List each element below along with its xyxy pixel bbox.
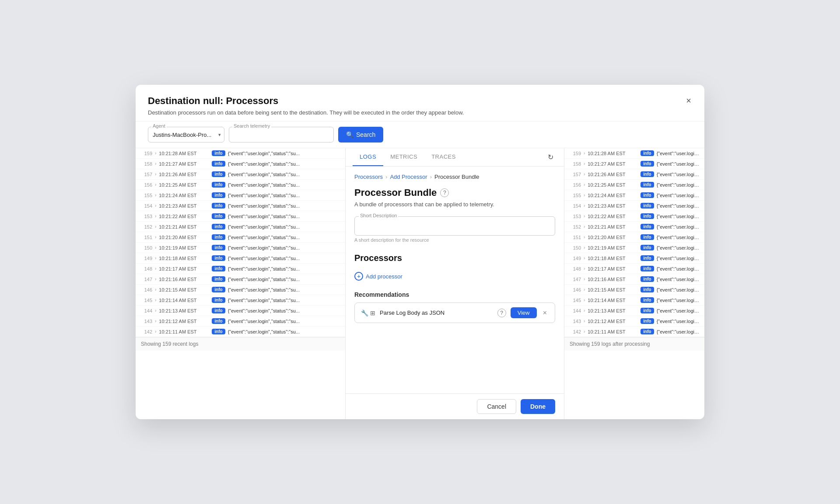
- expand-icon[interactable]: ›: [584, 193, 585, 198]
- table-row[interactable]: 157 › 10:21:26 AM EST info {"event":"use…: [564, 169, 704, 180]
- table-row[interactable]: 143 › 10:21:12 AM EST info {"event":"use…: [136, 316, 345, 327]
- expand-icon[interactable]: ›: [155, 214, 156, 219]
- agent-select[interactable]: Justins-MacBook-Pro...: [148, 127, 224, 143]
- table-row[interactable]: 146 › 10:21:15 AM EST info {"event":"use…: [564, 285, 704, 295]
- table-row[interactable]: 150 › 10:21:19 AM EST info {"event":"use…: [136, 243, 345, 253]
- table-row[interactable]: 146 › 10:21:15 AM EST info {"event":"use…: [136, 285, 345, 295]
- table-row[interactable]: 144 › 10:21:13 AM EST info {"event":"use…: [564, 306, 704, 316]
- table-row[interactable]: 153 › 10:21:22 AM EST info {"event":"use…: [136, 211, 345, 222]
- expand-icon[interactable]: ›: [584, 203, 585, 208]
- expand-icon[interactable]: ›: [584, 308, 585, 313]
- expand-icon[interactable]: ›: [584, 161, 585, 166]
- table-row[interactable]: 153 › 10:21:22 AM EST info {"event":"use…: [564, 211, 704, 222]
- search-input[interactable]: [229, 127, 334, 143]
- view-button[interactable]: View: [511, 307, 537, 318]
- log-text: {"event":"user.login\...: [657, 329, 700, 334]
- rec-icons: 🔧 ⊞: [361, 309, 375, 316]
- log-badge: info: [212, 318, 225, 324]
- tab-traces[interactable]: TRACES: [424, 148, 463, 166]
- table-row[interactable]: 154 › 10:21:23 AM EST info {"event":"use…: [136, 201, 345, 211]
- expand-icon[interactable]: ›: [584, 329, 585, 334]
- table-row[interactable]: 159 › 10:21:28 AM EST info {"event":"use…: [564, 148, 704, 159]
- tab-logs[interactable]: LOGS: [353, 148, 383, 166]
- table-row[interactable]: 152 › 10:21:21 AM EST info {"event":"use…: [136, 222, 345, 232]
- expand-icon[interactable]: ›: [584, 298, 585, 302]
- breadcrumb-add-processor[interactable]: Add Processor: [390, 174, 427, 180]
- expand-icon[interactable]: ›: [155, 151, 156, 156]
- expand-icon[interactable]: ›: [584, 245, 585, 250]
- expand-icon[interactable]: ›: [155, 329, 156, 334]
- table-row[interactable]: 145 › 10:21:14 AM EST info {"event":"use…: [564, 295, 704, 306]
- expand-icon[interactable]: ›: [155, 308, 156, 313]
- expand-icon[interactable]: ›: [584, 214, 585, 219]
- expand-icon[interactable]: ›: [155, 182, 156, 187]
- expand-icon[interactable]: ›: [155, 203, 156, 208]
- expand-icon[interactable]: ›: [584, 277, 585, 282]
- expand-icon[interactable]: ›: [155, 224, 156, 229]
- cancel-button[interactable]: Cancel: [477, 399, 516, 414]
- table-row[interactable]: 157 › 10:21:26 AM EST info {"event":"use…: [136, 169, 345, 180]
- expand-icon[interactable]: ›: [155, 287, 156, 292]
- expand-icon[interactable]: ›: [584, 172, 585, 177]
- log-time: 10:21:15 AM EST: [588, 287, 638, 292]
- table-row[interactable]: 156 › 10:21:25 AM EST info {"event":"use…: [564, 180, 704, 190]
- table-row[interactable]: 148 › 10:21:17 AM EST info {"event":"use…: [136, 264, 345, 274]
- table-row[interactable]: 143 › 10:21:12 AM EST info {"event":"use…: [564, 316, 704, 327]
- expand-icon[interactable]: ›: [155, 172, 156, 177]
- table-row[interactable]: 148 › 10:21:17 AM EST info {"event":"use…: [564, 264, 704, 274]
- expand-icon[interactable]: ›: [155, 319, 156, 323]
- expand-icon[interactable]: ›: [155, 298, 156, 302]
- table-row[interactable]: 151 › 10:21:20 AM EST info {"event":"use…: [136, 232, 345, 243]
- refresh-button[interactable]: ↻: [544, 149, 557, 165]
- help-icon[interactable]: ?: [440, 188, 449, 197]
- log-text: {"event":"user.login","status":"su...: [228, 245, 300, 250]
- log-number: 157: [140, 172, 152, 177]
- expand-icon[interactable]: ›: [584, 256, 585, 261]
- expand-icon[interactable]: ›: [584, 287, 585, 292]
- expand-icon[interactable]: ›: [584, 224, 585, 229]
- expand-icon[interactable]: ›: [584, 235, 585, 240]
- table-row[interactable]: 159 › 10:21:28 AM EST info {"event":"use…: [136, 148, 345, 159]
- table-row[interactable]: 151 › 10:21:20 AM EST info {"event":"use…: [564, 232, 704, 243]
- log-number: 154: [569, 203, 581, 209]
- expand-icon[interactable]: ›: [155, 266, 156, 271]
- table-row[interactable]: 147 › 10:21:16 AM EST info {"event":"use…: [564, 274, 704, 285]
- log-time: 10:21:19 AM EST: [159, 245, 209, 250]
- expand-icon[interactable]: ›: [155, 245, 156, 250]
- expand-icon[interactable]: ›: [155, 161, 156, 166]
- close-button[interactable]: ×: [682, 94, 696, 108]
- expand-icon[interactable]: ›: [155, 235, 156, 240]
- table-row[interactable]: 156 › 10:21:25 AM EST info {"event":"use…: [136, 180, 345, 190]
- table-row[interactable]: 158 › 10:21:27 AM EST info {"event":"use…: [136, 159, 345, 169]
- done-button[interactable]: Done: [521, 399, 555, 414]
- expand-icon[interactable]: ›: [584, 151, 585, 156]
- expand-icon[interactable]: ›: [155, 256, 156, 261]
- table-row[interactable]: 149 › 10:21:18 AM EST info {"event":"use…: [136, 253, 345, 264]
- table-row[interactable]: 150 › 10:21:19 AM EST info {"event":"use…: [564, 243, 704, 253]
- dismiss-button[interactable]: ×: [541, 308, 549, 318]
- expand-icon[interactable]: ›: [155, 277, 156, 282]
- table-row[interactable]: 158 › 10:21:27 AM EST info {"event":"use…: [564, 159, 704, 169]
- rec-help-icon[interactable]: ?: [497, 309, 506, 317]
- table-row[interactable]: 144 › 10:21:13 AM EST info {"event":"use…: [136, 306, 345, 316]
- expand-icon[interactable]: ›: [584, 319, 585, 323]
- table-row[interactable]: 155 › 10:21:24 AM EST info {"event":"use…: [136, 190, 345, 201]
- breadcrumb-processors[interactable]: Processors: [354, 174, 383, 180]
- table-row[interactable]: 145 › 10:21:14 AM EST info {"event":"use…: [136, 295, 345, 306]
- short-description-input[interactable]: [354, 216, 555, 236]
- log-time: 10:21:21 AM EST: [159, 224, 209, 229]
- add-processor-button[interactable]: + Add processor: [354, 270, 402, 282]
- toolbar: Agent Justins-MacBook-Pro... ▾ Search te…: [136, 122, 704, 148]
- table-row[interactable]: 154 › 10:21:23 AM EST info {"event":"use…: [564, 201, 704, 211]
- table-row[interactable]: 155 › 10:21:24 AM EST info {"event":"use…: [564, 190, 704, 201]
- table-row[interactable]: 152 › 10:21:21 AM EST info {"event":"use…: [564, 222, 704, 232]
- expand-icon[interactable]: ›: [584, 266, 585, 271]
- search-button[interactable]: 🔍 Search: [338, 127, 383, 143]
- table-row[interactable]: 149 › 10:21:18 AM EST info {"event":"use…: [564, 253, 704, 264]
- table-row[interactable]: 147 › 10:21:16 AM EST info {"event":"use…: [136, 274, 345, 285]
- expand-icon[interactable]: ›: [584, 182, 585, 187]
- table-row[interactable]: 142 › 10:21:11 AM EST info {"event":"use…: [136, 327, 345, 337]
- expand-icon[interactable]: ›: [155, 193, 156, 198]
- tab-metrics[interactable]: METRICS: [383, 148, 424, 166]
- table-row[interactable]: 142 › 10:21:11 AM EST info {"event":"use…: [564, 327, 704, 337]
